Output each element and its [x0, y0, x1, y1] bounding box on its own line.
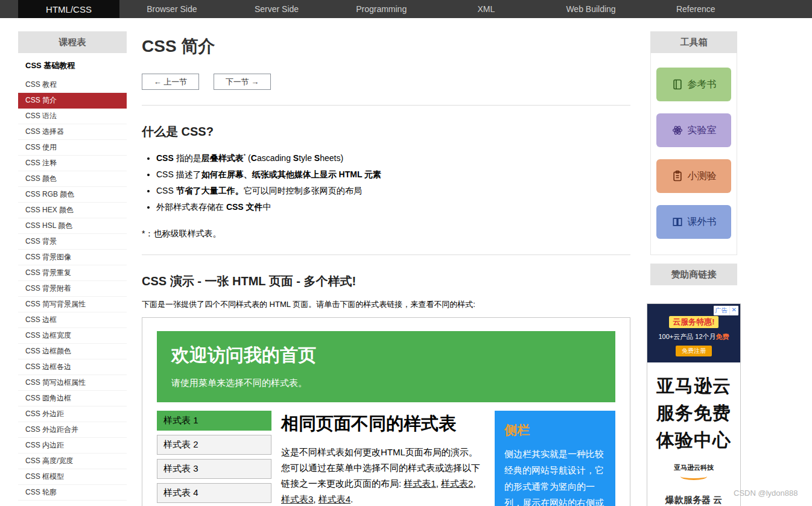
reference-book-button[interactable]: 参考书: [656, 68, 731, 101]
divider: [142, 105, 630, 106]
stylesheet-menu-item[interactable]: 样式表 3: [157, 459, 271, 479]
demo-article-text: 这是不同样式表如何更改HTML页面布局的演示。您可以通过在菜单中选择不同的样式表…: [281, 444, 485, 506]
course-item[interactable]: CSS 外边距合并: [18, 422, 127, 438]
csdn-watermark: CSDN @lydon888: [734, 489, 798, 498]
reference-book-icon: [671, 78, 684, 90]
stylesheet-link[interactable]: 样式表1: [404, 478, 436, 489]
course-item[interactable]: CSS HEX 颜色: [18, 203, 127, 218]
demo-banner: 欢迎访问我的首页 请使用菜单来选择不同的样式表。: [157, 331, 615, 402]
course-item[interactable]: CSS 简写背景属性: [18, 297, 127, 312]
ad-close-icon[interactable]: ✕: [729, 306, 738, 315]
stylesheet-menu-item[interactable]: 样式表 1: [157, 411, 271, 431]
amazon-smile-icon: [680, 473, 707, 480]
stylesheet-link[interactable]: 样式表3: [281, 494, 313, 504]
prev-section-button[interactable]: ← 上一节: [142, 74, 199, 90]
top-nav-tabs: HTML/CSSBrowser SideServer SideProgrammi…: [0, 0, 748, 18]
ad-headline-line: 服务免费: [651, 399, 737, 426]
page-title: CSS 简介: [142, 35, 630, 58]
ad-bottom-text: 爆款服务器 云: [651, 495, 737, 506]
nav-tab-server-side[interactable]: Server Side: [224, 0, 329, 18]
course-item[interactable]: CSS 背景重复: [18, 265, 127, 281]
ad-tag-label: 广告: [714, 306, 729, 315]
nav-tab-xml[interactable]: XML: [434, 0, 539, 18]
page: HTML/CSSBrowser SideServer SideProgrammi…: [0, 0, 812, 506]
lab-button[interactable]: 实验室: [656, 113, 731, 147]
demo-sidebar-text: 侧边栏其实就是一种比较经典的网站导航设计，它的形式通常为竖向的一列，展示在网站的…: [504, 446, 606, 506]
quiz-clipboard-icon: [671, 170, 684, 182]
css-facts-list: CSS 指的是层叠样式表* (Cascading Style Sheets)CS…: [156, 150, 630, 213]
course-item[interactable]: CSS RGB 颜色: [18, 187, 127, 203]
demo-banner-title: 欢迎访问我的首页: [171, 343, 601, 368]
course-item[interactable]: CSS 简写边框属性: [18, 375, 127, 391]
course-item[interactable]: CSS 背景: [18, 234, 127, 250]
divider: [142, 255, 630, 255]
nav-tab-reference[interactable]: Reference: [643, 0, 748, 18]
course-item[interactable]: CSS 框模型: [18, 469, 127, 485]
course-item[interactable]: CSS 语法: [18, 109, 127, 124]
css-demo-heading: CSS 演示 - 一张 HTML 页面 - 多个样式!: [142, 273, 630, 289]
fact-item: CSS 指的是层叠样式表* (Cascading Style Sheets): [156, 150, 630, 164]
course-item[interactable]: CSS 高度/宽度: [18, 454, 127, 469]
nav-tab-programming[interactable]: Programming: [329, 0, 434, 18]
ad-banner-bottom: 亚马逊云服务免费体验中心 亚马逊云科技 爆款服务器 云: [647, 362, 740, 506]
course-item[interactable]: CSS 教程: [18, 77, 127, 93]
quiz-button[interactable]: 小测验: [656, 159, 731, 193]
course-sidebar: 课程表 CSS 基础教程 CSS 教程CSS 简介CSS 语法CSS 选择器CS…: [18, 31, 127, 501]
ad-signup-button[interactable]: 免费注册: [676, 346, 712, 356]
stylesheet-menu-item[interactable]: 样式表 2: [157, 435, 271, 455]
course-item[interactable]: CSS 注释: [18, 156, 127, 171]
course-item[interactable]: CSS 边框各边: [18, 359, 127, 375]
course-item[interactable]: CSS 选择器: [18, 124, 127, 140]
course-item[interactable]: CSS 简介: [18, 93, 127, 109]
stylesheet-menu: 样式表 1样式表 2样式表 3样式表 4无样式表: [157, 411, 271, 506]
nav-tab-browser-side[interactable]: Browser Side: [119, 0, 224, 18]
sponsor-ad[interactable]: 广告 ✕ 云服务特惠! 100+云产品 12个月免费 免费注册 亚马逊云服务免费…: [647, 303, 741, 506]
course-item[interactable]: CSS 边框颜色: [18, 344, 127, 359]
ad-headline-line: 体验中心: [651, 426, 737, 454]
tool-button-label: 课外书: [688, 216, 717, 229]
demo-intro-text: 下面是一张提供了四个不同样式表的 HTML 页面。请单击下面的样式表链接，来查看…: [142, 299, 630, 310]
toolbox-buttons: 参考书实验室小测验课外书: [650, 53, 737, 255]
demo-article-title: 相同页面不同的样式表: [281, 412, 485, 436]
course-item[interactable]: CSS 轮廓: [18, 485, 127, 501]
section-nav: ← 上一节 下一节 →: [142, 74, 630, 90]
demo-sidebar: 侧栏 侧边栏其实就是一种比较经典的网站导航设计，它的形式通常为竖向的一列，展示在…: [495, 411, 615, 506]
demo-columns: 样式表 1样式表 2样式表 3样式表 4无样式表 相同页面不同的样式表 这是不同…: [157, 411, 615, 506]
extra-book-button[interactable]: 课外书: [656, 205, 731, 239]
fact-item: CSS 节省了大量工作。它可以同时控制多张网页的布局: [156, 185, 630, 197]
course-sidebar-title: 课程表: [18, 31, 127, 53]
stylesheet-link[interactable]: 样式表2: [441, 478, 473, 489]
nav-tab-web-building[interactable]: Web Building: [539, 0, 644, 18]
course-item[interactable]: CSS 内边距: [18, 438, 127, 454]
course-item[interactable]: CSS 背景图像: [18, 250, 127, 265]
course-list: CSS 教程CSS 简介CSS 语法CSS 选择器CSS 使用CSS 注释CSS…: [18, 77, 127, 501]
ad-tag: 广告 ✕: [714, 306, 738, 315]
fact-item: CSS 描述了如何在屏幕、纸张或其他媒体上显示 HTML 元素: [156, 168, 630, 180]
demo-banner-subtitle: 请使用菜单来选择不同的样式表。: [171, 378, 601, 389]
ad-products-text: 100+云产品 12个月免费: [651, 332, 737, 341]
main-content: CSS 简介 ← 上一节 下一节 → 什么是 CSS? CSS 指的是层叠样式表…: [142, 31, 630, 506]
toolbox-title: 工具箱: [650, 31, 737, 53]
footnote: *：也称级联样式表。: [142, 229, 630, 239]
course-item[interactable]: CSS 外边距: [18, 406, 127, 422]
right-column: 工具箱 参考书实验室小测验课外书 赞助商链接 广告 ✕ 云服务特惠! 100+云…: [650, 31, 737, 506]
course-item[interactable]: CSS 颜色: [18, 171, 127, 187]
course-section-title: CSS 基础教程: [18, 53, 127, 77]
course-item[interactable]: CSS 边框: [18, 312, 127, 328]
course-item[interactable]: CSS 背景附着: [18, 281, 127, 297]
tool-button-label: 参考书: [688, 78, 717, 91]
top-nav: HTML/CSSBrowser SideServer SideProgrammi…: [0, 0, 812, 18]
extra-book-icon: [671, 216, 684, 228]
sponsor-links-title: 赞助商链接: [650, 264, 737, 285]
course-item[interactable]: CSS 边框宽度: [18, 328, 127, 344]
stylesheet-link[interactable]: 样式表4: [319, 494, 350, 504]
tool-button-label: 小测验: [688, 170, 717, 183]
nav-tab-html-css[interactable]: HTML/CSS: [18, 0, 119, 18]
demo-article: 相同页面不同的样式表 这是不同样式表如何更改HTML页面布局的演示。您可以通过在…: [281, 411, 485, 506]
course-item[interactable]: CSS 圆角边框: [18, 391, 127, 406]
next-section-button[interactable]: 下一节 →: [214, 74, 271, 90]
course-item[interactable]: CSS HSL 颜色: [18, 218, 127, 234]
tool-button-label: 实验室: [688, 124, 717, 137]
stylesheet-menu-item[interactable]: 样式表 4: [157, 483, 271, 503]
course-item[interactable]: CSS 使用: [18, 140, 127, 156]
